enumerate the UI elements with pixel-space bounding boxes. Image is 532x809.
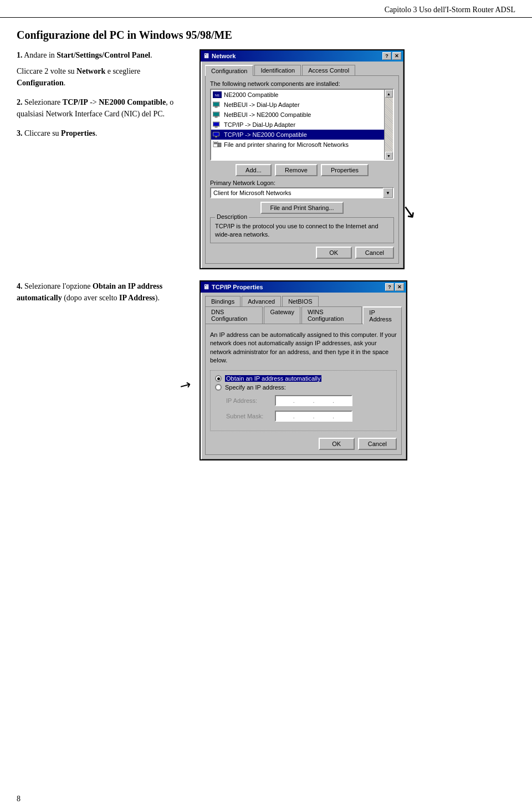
svg-rect-10 (213, 122, 219, 126)
tcpip-dialog[interactable]: 🖥 TCP/IP Properties ? ✕ Bindings Advance… (200, 280, 407, 461)
step2-text: Selezionare TCP/IP -> NE2000 Compatible,… (17, 98, 173, 118)
dropdown-arrow-icon[interactable]: ▼ (383, 188, 393, 198)
tcpip-ne2000-icon (213, 130, 222, 139)
ne2000-label: NE2000 Compatible (224, 91, 278, 98)
radio-specify-label: Specify an IP address: (225, 384, 286, 391)
radio-obtain-auto-label: Obtain an IP address automatically (225, 375, 321, 382)
step4-text: Selezionare l'opzione Obtain an IP addre… (17, 282, 162, 302)
page-footer: 8 (17, 795, 21, 803)
subnet-mask-row: Subnet Mask: . . . (226, 411, 392, 422)
tab-configuration[interactable]: Configuration (205, 65, 253, 76)
svg-rect-15 (214, 142, 217, 143)
netbeui-dialup-label: NetBEUI -> Dial-Up Adapter (224, 101, 300, 108)
tab-netbios[interactable]: NetBIOS (282, 296, 318, 306)
listbox-scrollbar[interactable]: ▲ ▼ (384, 90, 393, 160)
ip-address-input[interactable]: . . . (275, 395, 352, 406)
tcpip-dialog-title: TCP/IP Properties (212, 284, 263, 290)
chapter-subtitle: Configurazione del PC in Windows 95/98/M… (17, 29, 515, 42)
tcpip-close-button[interactable]: ✕ (395, 283, 404, 291)
close-button[interactable]: ✕ (392, 52, 401, 60)
primary-logon-value: Client for Microsoft Networks (211, 188, 383, 197)
tab-advanced[interactable]: Advanced (242, 296, 281, 306)
tab-ip-address[interactable]: IP Address (363, 306, 402, 324)
tcpip-ok-button[interactable]: OK (319, 438, 355, 450)
tcpip-titlebar: 🖥 TCP/IP Properties ? ✕ (201, 281, 406, 293)
properties-button[interactable]: Properties (321, 164, 369, 176)
svg-rect-17 (218, 143, 221, 147)
tcpip-tabs-row1: Bindings Advanced NetBIOS (205, 296, 402, 306)
svg-rect-12 (215, 136, 217, 137)
network-ok-button[interactable]: OK (316, 247, 352, 259)
network-dialog[interactable]: 🖥 Network ? ✕ Configuration Identificati… (200, 49, 405, 269)
network-dialog-title: Network (212, 53, 236, 59)
radio-obtain-auto-button[interactable] (215, 375, 222, 382)
step3-num: 3. (17, 129, 23, 137)
svg-rect-4 (213, 103, 219, 106)
header-title: Capitolo 3 Uso dell'I-Storm Router ADSL (385, 6, 515, 14)
ip-fields: IP Address: . . . (215, 395, 392, 422)
svg-rect-6 (215, 116, 217, 117)
steps-text-upper: 1. Andare in Start/Settings/Control Pane… (17, 49, 188, 269)
list-item-ne2000[interactable]: NE NE2000 Compatible (211, 90, 384, 100)
tab-identification[interactable]: Identification (254, 65, 301, 75)
step1-text: Andare in Start/Settings/Control Panel. (24, 51, 152, 59)
tcpip-dialog-area: ↗ 🖥 TCP/IP Properties ? ✕ (200, 280, 515, 461)
scrollbar-down[interactable]: ▼ (385, 152, 393, 160)
step1-num: 1. (17, 51, 23, 59)
network-tabs: Configuration Identification Access Cont… (205, 65, 399, 75)
radio-specify[interactable]: Specify an IP address: (215, 384, 392, 391)
file-print-sharing-button[interactable]: File and Print Sharing... (260, 202, 344, 214)
primary-logon-label: Primary Network Logon: (210, 180, 394, 186)
list-label: The following network components are ins… (210, 80, 394, 87)
network-cancel-button[interactable]: Cancel (355, 247, 394, 259)
remove-button[interactable]: Remove (275, 164, 318, 176)
ip-address-row: IP Address: . . . (226, 395, 392, 406)
primary-logon-dropdown[interactable]: Client for Microsoft Networks ▼ (210, 187, 394, 198)
list-item-tcpip-ne2000[interactable]: TCP/IP -> NE2000 Compatible (211, 130, 384, 140)
tcpip-cancel-button[interactable]: Cancel (358, 438, 397, 450)
tcpip-ok-cancel: OK Cancel (210, 434, 397, 450)
network-listbox[interactable]: NE NE2000 Compatible (210, 89, 394, 161)
subnet-mask-input[interactable]: . . . (275, 411, 352, 422)
network-buttons: Add... Remove Properties (210, 164, 394, 176)
list-item-file-print[interactable]: File and printer sharing for Microsoft N… (211, 140, 384, 150)
scrollbar-up[interactable]: ▲ (385, 90, 393, 98)
netbeui-dialup-icon (213, 100, 222, 109)
ne2000-icon: NE (213, 90, 222, 99)
description-text: TCP/IP is the protocol you use to connec… (215, 222, 389, 239)
netbeui-ne2000-icon (213, 110, 222, 119)
tab-bindings[interactable]: Bindings (205, 296, 241, 306)
step4-num: 4. (17, 282, 23, 290)
page-header: Capitolo 3 Uso dell'I-Storm Router ADSL (0, 0, 532, 18)
tcpip-help-button[interactable]: ? (385, 283, 394, 291)
radio-obtain-auto[interactable]: Obtain an IP address automatically (215, 375, 392, 382)
radio-specify-button[interactable] (215, 384, 222, 391)
list-item-tcpip-dialup[interactable]: TCP/IP -> Dial-Up Adapter (211, 120, 384, 130)
tcpip-description: An IP address can be automatically assig… (210, 331, 397, 365)
svg-rect-7 (213, 112, 219, 116)
svg-rect-9 (215, 126, 217, 127)
svg-rect-3 (215, 106, 217, 107)
tab-wins[interactable]: WINS Configuration (301, 306, 362, 324)
network-tab-panel: The following network components are ins… (205, 75, 399, 264)
description-groupbox: Description TCP/IP is the protocol you u… (210, 217, 394, 243)
file-print-label: File and printer sharing for Microsoft N… (224, 141, 349, 148)
ip-options-box: Obtain an IP address automatically Speci… (210, 370, 397, 431)
netbeui-ne2000-label: NetBEUI -> NE2000 Compatible (224, 111, 311, 118)
help-button[interactable]: ? (382, 52, 391, 60)
tab-gateway[interactable]: Gateway (264, 306, 300, 324)
svg-rect-16 (214, 144, 217, 144)
network-ok-cancel: OK Cancel (210, 243, 394, 259)
subnet-mask-label: Subnet Mask: (226, 413, 270, 419)
svg-text:NE: NE (215, 94, 219, 97)
add-button[interactable]: Add... (236, 164, 272, 176)
tcpip-dialup-icon (213, 120, 222, 129)
tab-dns[interactable]: DNS Configuration (205, 306, 263, 324)
tcpip-dialup-label: TCP/IP -> Dial-Up Adapter (224, 121, 295, 128)
tcpip-ne2000-label: TCP/IP -> NE2000 Compatible (224, 131, 307, 138)
list-item-netbeui-dialup[interactable]: NetBEUI -> Dial-Up Adapter (211, 100, 384, 110)
file-print-icon (213, 140, 222, 149)
tab-access-control[interactable]: Access Control (302, 65, 355, 75)
ip-address-label: IP Address: (226, 397, 270, 404)
list-item-netbeui-ne2000[interactable]: NetBEUI -> NE2000 Compatible (211, 110, 384, 120)
